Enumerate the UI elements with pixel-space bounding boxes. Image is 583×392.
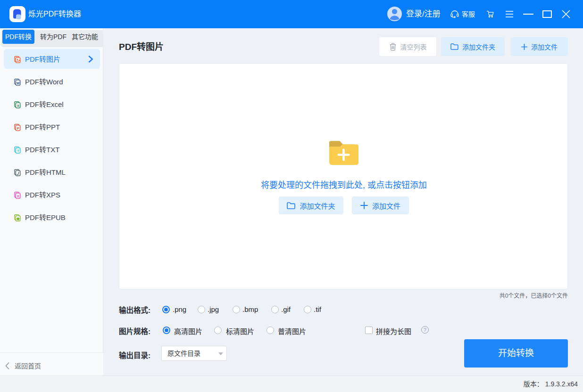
svg-text:W: W xyxy=(17,81,20,84)
svg-text:X: X xyxy=(17,194,19,197)
svg-text:T: T xyxy=(17,149,19,152)
svg-text:P: P xyxy=(17,126,19,130)
svg-text:◆: ◆ xyxy=(16,216,20,220)
svg-text:X: X xyxy=(17,104,19,107)
